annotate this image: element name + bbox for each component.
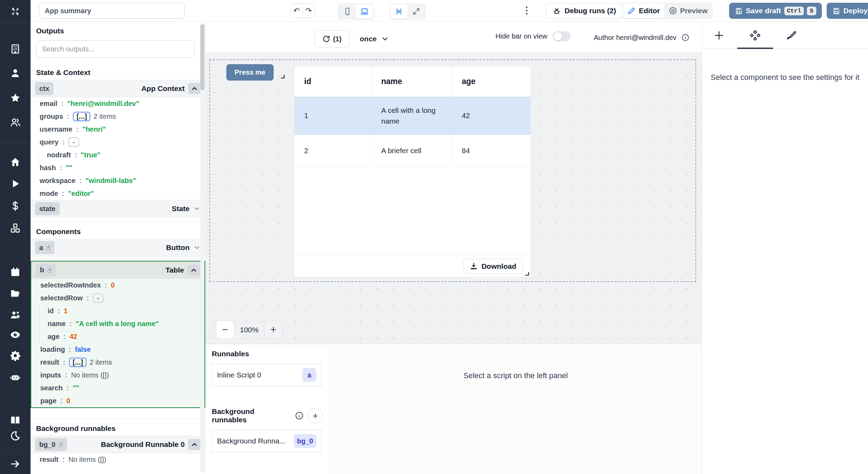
center-layout-button[interactable] bbox=[390, 4, 408, 19]
output-row-groups[interactable]: groups:[...]2 items bbox=[31, 110, 205, 123]
table-row[interactable]: 2A briefer cell84 bbox=[294, 135, 531, 167]
table-column-header-age[interactable]: age bbox=[452, 66, 531, 97]
press-me-button-component[interactable]: Press me bbox=[226, 64, 274, 81]
output-row-selectedRowIndex[interactable]: selectedRowIndex:0 bbox=[31, 279, 205, 292]
component-a-expand-button[interactable] bbox=[193, 244, 201, 251]
table-column-header-id[interactable]: id bbox=[294, 66, 372, 97]
tab-preview[interactable]: Preview bbox=[664, 3, 712, 18]
debug-runs-button[interactable]: Debug runs (2) bbox=[546, 3, 623, 18]
state-id-chip[interactable]: state bbox=[35, 202, 60, 215]
download-button[interactable]: Download bbox=[463, 259, 523, 274]
app-summary-input[interactable] bbox=[39, 3, 185, 19]
output-value[interactable]: [...] bbox=[73, 112, 90, 121]
resize-handle[interactable] bbox=[525, 272, 529, 276]
output-row-mode[interactable]: mode:"editor" bbox=[31, 187, 205, 200]
output-row-result[interactable]: result:[...]2 items bbox=[31, 356, 205, 369]
table-cell[interactable]: 1 bbox=[294, 97, 372, 135]
output-row-inputs[interactable]: inputs:No items ([]) bbox=[31, 369, 205, 382]
output-row-hash[interactable]: hash:"" bbox=[31, 161, 205, 174]
bg0-header-row[interactable]: bg_0☝ Background Runnable 0 bbox=[31, 436, 205, 453]
canvas-grid-zone[interactable]: Press me idnameage 1A cell with a long n… bbox=[206, 52, 702, 344]
docs-book-icon[interactable] bbox=[0, 412, 31, 428]
settings-gear-icon[interactable] bbox=[0, 348, 31, 364]
zoom-in-button[interactable]: + bbox=[264, 321, 283, 339]
undo-button[interactable]: ↶ bbox=[290, 3, 303, 18]
table-cell[interactable]: 84 bbox=[452, 135, 531, 166]
home-icon[interactable] bbox=[0, 154, 31, 170]
ctx-header-row[interactable]: ctx App Context bbox=[31, 80, 205, 97]
variables-dollar-icon[interactable] bbox=[0, 198, 31, 214]
collapse-arrow-right-icon[interactable] bbox=[0, 456, 31, 472]
output-value[interactable]: - bbox=[93, 293, 103, 303]
groups-users-icon[interactable] bbox=[0, 114, 31, 130]
user-icon[interactable] bbox=[0, 65, 31, 81]
ctx-id-chip[interactable]: ctx bbox=[35, 82, 53, 95]
output-row-workspace[interactable]: workspace:"windmill-labs" bbox=[31, 174, 205, 187]
output-row-loading[interactable]: loading:false bbox=[31, 343, 205, 356]
add-background-runnable-button[interactable]: + bbox=[308, 408, 323, 423]
bg0-collapse-button[interactable] bbox=[188, 439, 201, 450]
inline-script-item[interactable]: Inline Script 0 a bbox=[212, 364, 322, 386]
more-options-kebab-icon[interactable]: ⋮ bbox=[521, 5, 533, 16]
info-icon[interactable] bbox=[295, 411, 304, 420]
info-icon[interactable] bbox=[681, 33, 690, 42]
table-component[interactable]: idnameage 1A cell with a long name422A b… bbox=[294, 66, 531, 277]
ai-robot-icon[interactable] bbox=[0, 369, 31, 385]
folders-icon[interactable] bbox=[0, 285, 31, 301]
component-b-collapse-button[interactable] bbox=[187, 265, 200, 276]
output-row-result[interactable]: result:No items ([]) bbox=[31, 453, 205, 466]
table-row[interactable]: 1A cell with a long name42 bbox=[294, 97, 531, 135]
workers-users-gear-icon[interactable] bbox=[0, 307, 31, 323]
audit-eye-icon[interactable] bbox=[0, 327, 31, 343]
output-row-age[interactable]: age:42 bbox=[39, 330, 205, 343]
runs-play-icon[interactable] bbox=[0, 176, 31, 192]
mobile-view-button[interactable] bbox=[339, 4, 356, 19]
output-row-name[interactable]: name:"A cell with a long name" bbox=[39, 317, 205, 330]
table-cell[interactable]: A briefer cell bbox=[372, 135, 452, 166]
refresh-button[interactable]: (1) bbox=[315, 30, 349, 48]
output-value[interactable]: [...] bbox=[69, 358, 86, 367]
save-draft-button[interactable]: Save draft Ctrl S bbox=[729, 3, 822, 19]
output-row-id[interactable]: id:1 bbox=[39, 305, 205, 317]
tab-styling[interactable] bbox=[783, 28, 799, 43]
output-row-selectedRow[interactable]: selectedRow:- bbox=[31, 292, 205, 305]
component-a-header-row[interactable]: a☝ Button bbox=[31, 239, 205, 256]
bg0-chip[interactable]: bg_0☝ bbox=[35, 438, 67, 451]
ctx-collapse-button[interactable] bbox=[188, 83, 201, 94]
fullwidth-layout-button[interactable] bbox=[408, 4, 425, 19]
table-cell[interactable]: 42 bbox=[452, 97, 531, 135]
scrollbar-thumb[interactable] bbox=[200, 24, 205, 90]
windmill-logo-icon[interactable] bbox=[0, 3, 31, 19]
schedules-calendar-icon[interactable] bbox=[0, 264, 31, 280]
desktop-view-button[interactable] bbox=[356, 4, 373, 19]
state-expand-button[interactable] bbox=[193, 205, 201, 213]
output-row-email[interactable]: email:"henri@windmill.dev" bbox=[31, 97, 205, 110]
schedule-select[interactable]: once bbox=[360, 31, 389, 47]
output-value[interactable]: - bbox=[68, 138, 79, 147]
zoom-out-button[interactable]: − bbox=[216, 321, 234, 339]
table-cell[interactable]: A cell with a long name bbox=[372, 97, 452, 135]
background-runnable-item[interactable]: Background Runna... bg_0 bbox=[212, 430, 322, 452]
output-row-search[interactable]: search:"" bbox=[31, 382, 205, 394]
component-a-chip[interactable]: a☝ bbox=[35, 241, 55, 254]
favorites-star-icon[interactable] bbox=[0, 90, 31, 106]
resources-cubes-icon[interactable] bbox=[0, 220, 31, 236]
table-cell[interactable]: 2 bbox=[294, 135, 372, 166]
component-b-chip[interactable]: b☝ bbox=[36, 264, 56, 277]
tab-editor[interactable]: Editor bbox=[623, 3, 664, 18]
table-column-header-name[interactable]: name bbox=[372, 66, 452, 97]
workspace-building-icon[interactable] bbox=[0, 41, 31, 57]
resize-handle[interactable] bbox=[281, 75, 285, 78]
output-row-username[interactable]: username:"henri" bbox=[31, 123, 205, 136]
component-b-header-row[interactable]: b☝ Table bbox=[31, 261, 205, 279]
output-row-query[interactable]: query:- bbox=[31, 136, 205, 149]
output-row-nodraft[interactable]: nodraft:"true" bbox=[38, 149, 205, 161]
dark-mode-moon-icon[interactable] bbox=[0, 428, 31, 444]
state-header-row[interactable]: state State bbox=[31, 200, 205, 217]
redo-button[interactable]: ↷ bbox=[302, 3, 315, 18]
search-outputs-input[interactable] bbox=[42, 45, 189, 53]
deploy-button[interactable]: Deploy bbox=[827, 3, 868, 19]
hide-bar-toggle[interactable] bbox=[553, 31, 571, 41]
output-row-page[interactable]: page:0 bbox=[31, 394, 205, 407]
tab-component-settings[interactable] bbox=[748, 28, 763, 43]
